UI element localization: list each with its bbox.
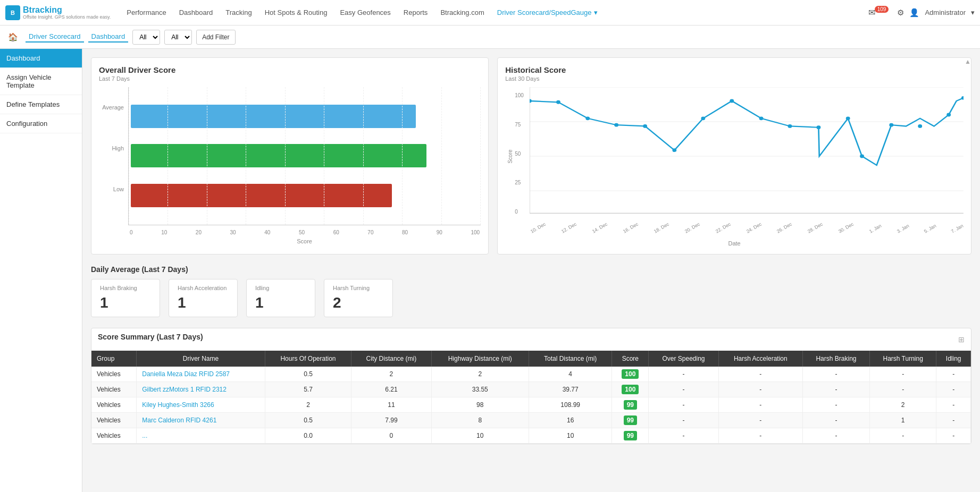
nav-item-hotspots[interactable]: Hot Spots & Routing [259,5,333,20]
historical-chart-title: Historical Score [505,65,964,74]
cell-driver[interactable]: Marc Calderon RFID 4261 [137,413,265,428]
col-score: Score [612,351,649,367]
cell-harsh-turn: - [870,382,936,397]
filter-select-2[interactable]: All [164,30,192,45]
sidebar-item-define-templates[interactable]: Define Templates [0,95,82,114]
cell-hours: 0.0 [265,428,351,444]
svg-point-16 [788,124,792,128]
daily-card-value-2: 1 [255,294,306,311]
cell-total: 108.99 [529,397,612,413]
nav-item-performance[interactable]: Performance [121,5,171,20]
sub-nav: 🏠 Driver Scorecard Dashboard All All Add… [0,26,980,49]
nav-item-geofences[interactable]: Easy Geofences [334,5,396,20]
chevron-down-icon: ▾ [594,9,598,16]
daily-card-harsh-braking: Harsh Braking 1 [91,279,160,317]
cell-harsh-brk: - [802,367,869,382]
nav-item-scorecard[interactable]: Driver Scorecard/SpeedGauge ▾ [492,5,603,20]
svg-point-19 [860,155,864,158]
settings-icon[interactable]: ⚙ [897,8,904,18]
cell-total: 16 [529,413,612,428]
cell-city: 7.99 [351,413,431,428]
daily-card-harsh-turning: Harsh Turning 2 [324,279,393,317]
cell-group: Vehicles [91,367,137,382]
sidebar-item-dashboard[interactable]: Dashboard [0,49,82,68]
table-row: Vehicles Daniella Meza Diaz RFID 2587 0.… [91,367,971,382]
svg-point-13 [701,116,706,120]
cell-idling: - [936,382,971,397]
breadcrumb-scorecard[interactable]: Driver Scorecard [26,31,84,43]
svg-point-15 [759,116,764,120]
logo-text-area: Btracking Offsite Insight. GPS solutions… [23,5,111,20]
nav-item-btracking[interactable]: Btracking.com [435,5,489,20]
svg-point-12 [673,148,677,152]
bar-high [131,144,479,167]
svg-point-18 [846,116,850,120]
daily-card-value-0: 1 [100,294,151,311]
cell-overspeeding: - [649,367,718,382]
filter-select-1[interactable]: All [132,30,160,45]
tab-dashboard[interactable]: Dashboard [88,31,129,43]
cell-driver[interactable]: Gilbert zzMotors 1 RFID 2312 [137,382,265,397]
cell-score: 99 [612,397,649,413]
sidebar-item-configuration[interactable]: Configuration [0,114,82,133]
cell-highway: 33.55 [431,382,529,397]
score-table-body: Vehicles Daniella Meza Diaz RFID 2587 0.… [91,367,971,444]
daily-card-label-1: Harsh Acceleration [178,285,229,291]
cell-score: 99 [612,413,649,428]
svg-point-10 [614,123,618,127]
score-summary-section: Score Summary (Last 7 Days) ⊞ Group Driv… [91,328,971,444]
nav-item-reports[interactable]: Reports [398,5,433,20]
daily-card-harsh-acceleration: Harsh Acceleration 1 [169,279,238,317]
cell-driver[interactable]: Daniella Meza Diaz RFID 2587 [137,367,265,382]
cell-driver[interactable]: Kiley Hughes-Smith 3266 [137,397,265,413]
cell-harsh-turn: - [870,428,936,444]
daily-average-title: Daily Average (Last 7 Days) [91,265,971,274]
user-icon[interactable]: 👤 [909,8,919,18]
notification-bell-icon[interactable]: ✉ 109 [868,7,892,18]
cell-driver[interactable]: ... [137,428,265,444]
cell-idling: - [936,428,971,444]
col-highway: Highway Distance (mi) [431,351,529,367]
cell-hours: 5.7 [265,382,351,397]
admin-label[interactable]: Administrator [925,9,966,16]
chart-expand-icon[interactable]: ▲ [965,58,971,65]
cell-harsh-brk: - [802,428,869,444]
line-chart-svg [530,87,964,225]
bar-x-axis-title: Score [99,238,481,244]
cell-highway: 10 [431,428,529,444]
cell-overspeeding: - [649,397,718,413]
score-table-header: Score Summary (Last 7 Days) ⊞ [91,328,971,351]
home-button[interactable]: 🏠 [4,29,21,46]
cell-group: Vehicles [91,382,137,397]
daily-card-label-2: Idling [255,285,306,291]
table-row: Vehicles Gilbert zzMotors 1 RFID 2312 5.… [91,382,971,397]
charts-row: Overall Driver Score Last 7 Days Average… [91,57,971,255]
cell-harsh-brk: - [802,397,869,413]
add-filter-button[interactable]: Add Filter [196,30,235,45]
col-overspeeding: Over Speeding [649,351,718,367]
cell-city: 0 [351,428,431,444]
table-expand-icon[interactable]: ⊞ [958,335,965,344]
overall-chart-title: Overall Driver Score [99,65,481,74]
line-x-labels: 10. Dec 12. Dec 14. Dec 16. Dec 18. Dec … [530,230,964,235]
daily-card-value-1: 1 [178,294,229,311]
brand-tagline: Offsite Insight. GPS solutions made easy… [23,15,111,20]
nav-item-dashboard[interactable]: Dashboard [174,5,219,20]
cell-total: 10 [529,428,612,444]
overall-chart-subtitle: Last 7 Days [99,75,481,82]
cell-harsh-acc: - [718,367,802,382]
svg-point-7 [530,99,532,103]
daily-cards: Harsh Braking 1 Harsh Acceleration 1 Idl… [91,279,971,317]
bar-y-label-low: Low [99,186,128,192]
sidebar: Dashboard Assign Vehicle Template Define… [0,49,82,492]
sidebar-item-assign-vehicle[interactable]: Assign Vehicle Template [0,68,82,95]
col-idling: Idling [936,351,971,367]
cell-overspeeding: - [649,413,718,428]
top-nav: B Btracking Offsite Insight. GPS solutio… [0,0,980,26]
nav-item-tracking[interactable]: Tracking [220,5,257,20]
daily-card-label-3: Harsh Turning [333,285,384,291]
bar-low [131,184,479,207]
cell-harsh-turn: - [870,367,936,382]
admin-chevron-icon[interactable]: ▾ [971,9,975,16]
cell-harsh-turn: 1 [870,413,936,428]
